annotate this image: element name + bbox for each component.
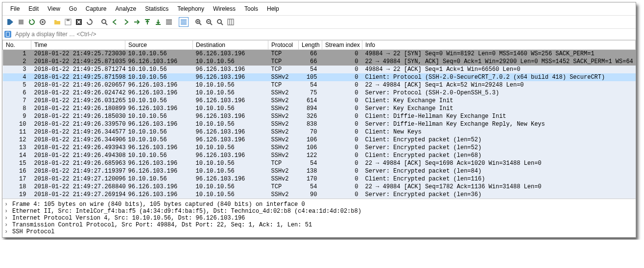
menu-file[interactable]: File	[6, 4, 24, 13]
packet-row[interactable]: 82018-01-22 21:49:26.18089996.126.103.19…	[3, 105, 636, 112]
packet-details-pane[interactable]: ›Frame 4: 105 bytes on wire (840 bits), …	[2, 199, 636, 237]
cell-proto: SSHv2	[268, 152, 299, 159]
packet-row[interactable]: 92018-01-22 21:49:26.18503010.10.10.5696…	[3, 112, 636, 120]
menu-statistics[interactable]: Statistics	[141, 4, 172, 13]
save-file-icon[interactable]	[63, 17, 73, 27]
col-info[interactable]: Info	[362, 41, 636, 50]
packet-row[interactable]: 112018-01-22 21:49:26.34457710.10.10.569…	[3, 128, 636, 136]
menu-go[interactable]: Go	[65, 4, 81, 13]
detail-ethernet[interactable]: ›Ethernet II, Src: IntelCor_f4:ba:f5 (a4…	[3, 208, 635, 215]
packet-row[interactable]: 52018-01-22 21:49:26.02065796.126.103.19…	[3, 81, 636, 89]
cell-no: 7	[3, 97, 31, 105]
chevron-right-icon: ›	[4, 201, 9, 208]
cell-si: 0	[322, 167, 362, 175]
menu-edit[interactable]: Edit	[24, 4, 43, 13]
find-packet-icon[interactable]	[99, 17, 109, 27]
stop-capture-icon[interactable]	[16, 17, 26, 27]
packet-row[interactable]: 32018-01-22 21:49:25.87127410.10.10.5696…	[3, 66, 636, 73]
restart-capture-icon[interactable]	[27, 17, 37, 27]
go-first-icon[interactable]	[143, 17, 152, 27]
packet-row[interactable]: 192018-01-22 21:49:27.26919496.126.103.1…	[3, 191, 636, 199]
cell-src: 10.10.10.56	[125, 73, 193, 81]
col-stream[interactable]: Stream index	[322, 41, 362, 50]
zoom-in-icon[interactable]	[193, 17, 203, 27]
col-no[interactable]: No.	[3, 41, 31, 50]
menu-help[interactable]: Help	[263, 4, 283, 13]
cell-len: 54	[299, 159, 322, 167]
menu-view[interactable]: View	[44, 4, 64, 13]
open-file-icon[interactable]	[52, 17, 62, 27]
packet-row[interactable]: 162018-01-22 21:49:27.11939796.126.103.1…	[3, 167, 636, 175]
cell-si: 0	[322, 183, 362, 191]
packet-row[interactable]: 142018-01-22 21:49:26.49430810.10.10.569…	[3, 152, 636, 159]
packet-row[interactable]: 102018-01-22 21:49:26.33957096.126.103.1…	[3, 120, 636, 128]
go-to-packet-icon[interactable]	[132, 17, 142, 27]
detail-ssh[interactable]: ›SSH Protocol	[3, 228, 635, 235]
menu-wireless[interactable]: Wireless	[209, 4, 239, 13]
detail-frame[interactable]: ›Frame 4: 105 bytes on wire (840 bits), …	[3, 201, 635, 208]
cell-src: 10.10.10.56	[125, 97, 193, 105]
menu-telephony[interactable]: Telephony	[173, 4, 208, 13]
svg-rect-0	[19, 20, 24, 24]
resize-columns-icon[interactable]	[226, 17, 236, 27]
capture-options-icon[interactable]	[38, 17, 48, 27]
packet-row[interactable]: 42018-01-22 21:49:25.87159810.10.10.5696…	[3, 73, 636, 81]
packet-row[interactable]: 62018-01-22 21:49:26.02474296.126.103.19…	[3, 89, 636, 97]
menubar: File Edit View Go Capture Analyze Statis…	[2, 2, 636, 16]
reload-file-icon[interactable]	[85, 17, 95, 27]
cell-time: 2018-01-22 21:49:27.269194	[31, 191, 125, 199]
zoom-reset-icon[interactable]	[215, 17, 225, 27]
cell-no: 9	[3, 112, 31, 120]
go-last-icon[interactable]	[153, 17, 163, 27]
go-back-icon[interactable]	[110, 17, 120, 27]
menu-analyze[interactable]: Analyze	[112, 4, 141, 13]
cell-dst: 96.126.103.196	[193, 136, 268, 144]
menu-tools[interactable]: Tools	[240, 4, 262, 13]
packet-row[interactable]: 12018-01-22 21:49:25.72303010.10.10.5696…	[3, 50, 636, 58]
cell-src: 96.126.103.196	[125, 105, 193, 112]
cell-src: 96.126.103.196	[125, 144, 193, 152]
col-dest[interactable]: Destination	[193, 41, 268, 50]
start-capture-icon[interactable]	[5, 17, 15, 27]
col-proto[interactable]: Protocol	[268, 41, 299, 50]
filter-bar	[2, 29, 636, 40]
col-time[interactable]: Time	[31, 41, 125, 50]
auto-scroll-icon[interactable]	[164, 17, 174, 27]
packet-row[interactable]: 172018-01-22 21:49:27.12009610.10.10.569…	[3, 175, 636, 183]
colorize-icon[interactable]	[179, 17, 189, 27]
cell-time: 2018-01-22 21:49:26.685963	[31, 159, 125, 167]
cell-proto: TCP	[268, 81, 299, 89]
svg-rect-11	[166, 22, 172, 22]
detail-tcp[interactable]: ›Transmission Control Protocol, Src Port…	[3, 222, 635, 228]
bookmark-filter-icon[interactable]	[4, 31, 11, 38]
packet-row[interactable]: 72018-01-22 21:49:26.03126510.10.10.5696…	[3, 97, 636, 105]
cell-proto: SSHv2	[268, 105, 299, 112]
cell-info: Client: Encrypted packet (len=52)	[362, 136, 636, 144]
cell-info: Server: Key Exchange Init	[362, 105, 636, 112]
packet-row[interactable]: 22018-01-22 21:49:25.87103596.126.103.19…	[3, 58, 636, 66]
packet-list[interactable]: No. Time Source Destination Protocol Len…	[2, 40, 636, 199]
packet-row[interactable]: 122018-01-22 21:49:26.34490610.10.10.569…	[3, 136, 636, 144]
close-file-icon[interactable]	[74, 17, 84, 27]
col-length[interactable]: Length	[299, 41, 322, 50]
cell-no: 2	[3, 58, 31, 66]
cell-time: 2018-01-22 21:49:25.871035	[31, 58, 125, 66]
cell-si: 0	[322, 128, 362, 136]
svg-rect-25	[228, 19, 234, 25]
cell-info: Server: Encrypted packet (len=52)	[362, 144, 636, 152]
detail-ip[interactable]: ›Internet Protocol Version 4, Src: 10.10…	[3, 215, 635, 222]
packet-row[interactable]: 152018-01-22 21:49:26.68596396.126.103.1…	[3, 159, 636, 167]
column-header-row[interactable]: No. Time Source Destination Protocol Len…	[3, 41, 636, 50]
menu-capture[interactable]: Capture	[82, 4, 111, 13]
cell-len: 90	[299, 191, 322, 199]
col-source[interactable]: Source	[125, 41, 193, 50]
svg-rect-4	[67, 19, 70, 21]
cell-dst: 96.126.103.196	[193, 73, 268, 81]
display-filter-input[interactable]	[13, 30, 634, 39]
packet-row[interactable]: 182018-01-22 21:49:27.26884096.126.103.1…	[3, 183, 636, 191]
zoom-out-icon[interactable]	[204, 17, 214, 27]
packet-row[interactable]: 132018-01-22 21:49:26.49394396.126.103.1…	[3, 144, 636, 152]
go-forward-icon[interactable]	[121, 17, 131, 27]
cell-time: 2018-01-22 21:49:26.494308	[31, 152, 125, 159]
cell-len: 54	[299, 66, 322, 73]
